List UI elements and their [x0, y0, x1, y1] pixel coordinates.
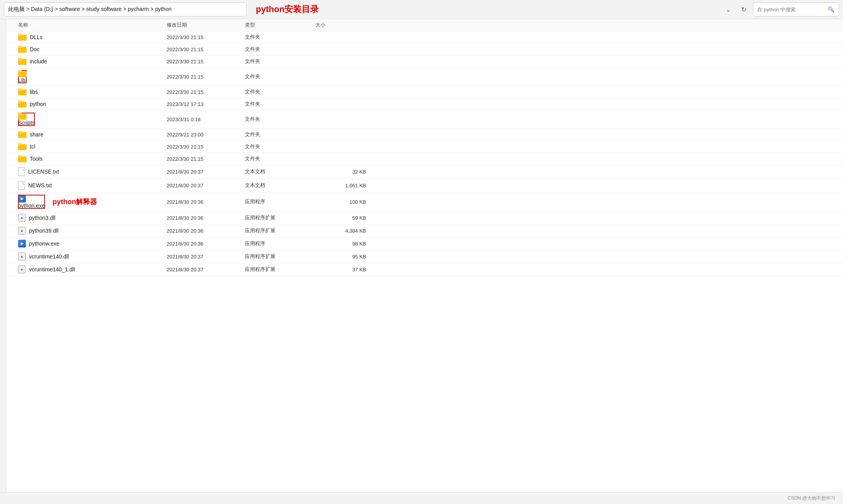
table-row[interactable]: DLLs 2022/3/30 21:15 文件夹 — [6, 31, 843, 43]
txt-icon — [18, 167, 25, 176]
file-name: python — [30, 101, 46, 107]
bottom-bar: CSDN @大炮不想学习 — [0, 492, 843, 504]
file-name-wrapper: Scripts — [18, 113, 35, 126]
file-type: 应用程序扩展 — [245, 266, 315, 273]
file-size: 1,061 KB — [315, 183, 374, 188]
file-name-wrapper: ▶ python.exe — [18, 195, 45, 209]
file-name-cell: ■ python3.dll — [18, 214, 167, 222]
table-row[interactable]: Scripts 2023/3/31 0:18 文件夹 — [6, 110, 843, 129]
file-name: Scripts — [18, 120, 35, 126]
file-date: 2023/3/12 17:13 — [167, 101, 245, 107]
txt-icon — [18, 181, 25, 190]
table-row[interactable]: ■ vcruntime140_1.dll 2021/8/30 20:37 应用程… — [6, 263, 843, 276]
file-type: 应用程序扩展 — [245, 227, 315, 234]
annotation-title: python安装目录 — [256, 4, 319, 15]
file-name: LICENSE.txt — [28, 169, 59, 175]
search-box[interactable]: 🔍 — [753, 2, 839, 16]
file-date: 2021/8/30 20:36 — [167, 215, 245, 221]
refresh-button[interactable]: ↻ — [737, 3, 750, 16]
file-name-wrapper: Tools — [18, 155, 43, 162]
file-date: 2022/3/30 21:15 — [167, 59, 245, 65]
table-row[interactable]: ■ python39.dll 2021/8/30 20:36 应用程序扩展 4,… — [6, 224, 843, 237]
file-date: 2021/8/30 20:37 — [167, 254, 245, 260]
dll-icon: ■ — [18, 265, 26, 273]
file-date: 2021/8/30 20:37 — [167, 183, 245, 188]
folder-icon — [18, 58, 27, 65]
file-name-wrapper: ■ python39.dll — [18, 227, 59, 235]
exe-icon: ▶ — [18, 240, 26, 248]
col-header-size[interactable]: 大小 — [315, 22, 374, 29]
annotation-label: python解释器 — [53, 197, 97, 206]
file-name-wrapper: Doc — [18, 46, 40, 53]
file-list: DLLs 2022/3/30 21:15 文件夹 Doc 2022/3/30 2… — [6, 31, 843, 276]
file-type: 应用程序 — [245, 198, 315, 205]
exe-icon: ▶ — [18, 195, 26, 203]
file-type: 文件夹 — [245, 46, 315, 53]
dll-icon: ■ — [18, 214, 26, 222]
file-date: 2022/3/30 21:15 — [167, 156, 245, 162]
table-row[interactable]: ■ python3.dll 2021/8/30 20:36 应用程序扩展 59 … — [6, 212, 843, 224]
file-size: 95 KB — [315, 254, 374, 260]
file-type: 文件夹 — [245, 88, 315, 95]
file-name-cell: ■ vcruntime140.dll — [18, 253, 167, 260]
watermark: CSDN @大炮不想学习 — [787, 495, 835, 502]
file-name-wrapper: NEWS.txt — [18, 181, 52, 190]
file-size: 100 KB — [315, 199, 374, 205]
file-name-cell: python — [18, 100, 167, 108]
file-name-cell: Scripts — [18, 113, 167, 126]
file-name: python3.dll — [29, 215, 56, 221]
search-input[interactable] — [757, 7, 828, 13]
folder-icon — [18, 155, 27, 162]
table-row[interactable]: ▶ pythonw.exe 2021/8/30 20:36 应用程序 98 KB — [6, 237, 843, 250]
table-row[interactable]: libs 2022/3/30 21:15 文件夹 — [6, 86, 843, 98]
file-name-wrapper: include — [18, 58, 47, 65]
table-row[interactable]: Tools 2022/3/30 21:15 文件夹 — [6, 153, 843, 165]
file-name-wrapper: LICENSE.txt — [18, 167, 59, 176]
file-type: 文件夹 — [245, 131, 315, 138]
file-name-wrapper: libs — [18, 88, 38, 95]
file-date: 2022/3/30 21:15 — [167, 74, 245, 80]
col-header-type[interactable]: 类型 — [245, 22, 315, 29]
table-row[interactable]: python 2023/3/12 17:13 文件夹 — [6, 98, 843, 110]
breadcrumb[interactable]: 此电脑 > Data (D:) > software > study softw… — [4, 2, 246, 16]
main-content: 名称 ↑ 修改日期 类型 大小 DLLs — [0, 19, 843, 492]
table-row[interactable]: ▶ python.exe python解释器 2021/8/30 20:36 应… — [6, 192, 843, 212]
table-row[interactable]: NEWS.txt 2021/8/30 20:37 文本文档 1,061 KB — [6, 179, 843, 192]
file-size: 37 KB — [315, 267, 374, 273]
file-name-cell: ■ vcruntime140_1.dll — [18, 265, 167, 273]
table-row[interactable]: tcl 2022/3/30 21:15 文件夹 — [6, 141, 843, 153]
file-size: 4,384 KB — [315, 228, 374, 234]
file-size: 59 KB — [315, 215, 374, 221]
file-date: 2022/3/30 21:15 — [167, 34, 245, 40]
file-type: 文本文档 — [245, 182, 315, 189]
file-name: python39.dll — [29, 228, 59, 234]
file-name-cell: Tools — [18, 155, 167, 162]
file-name-wrapper: tcl — [18, 143, 35, 150]
explorer-window: 此电脑 > Data (D:) > software > study softw… — [0, 0, 843, 504]
file-name-cell: Doc — [18, 46, 167, 53]
file-name-wrapper: ■ vcruntime140.dll — [18, 253, 69, 260]
file-name-cell: share — [18, 131, 167, 138]
file-size: 32 KB — [315, 169, 374, 175]
file-type: 文件夹 — [245, 100, 315, 108]
sort-arrow-icon: ↑ — [30, 23, 32, 27]
file-date: 2021/8/30 20:37 — [167, 169, 245, 175]
file-name-cell: include — [18, 58, 167, 65]
table-row[interactable]: include 2022/3/30 21:15 文件夹 — [6, 56, 843, 68]
file-date: 2021/8/30 20:36 — [167, 199, 245, 205]
file-name: python.exe — [18, 203, 45, 209]
folder-icon — [18, 131, 27, 138]
file-name: pythonw.exe — [29, 240, 59, 247]
file-name: DLLs — [30, 34, 43, 40]
table-row[interactable]: share 2022/9/21 23:00 文件夹 — [6, 129, 843, 141]
file-name-wrapper: Lib — [18, 70, 27, 83]
file-name: tcl — [30, 143, 35, 150]
table-row[interactable]: ■ vcruntime140.dll 2021/8/30 20:37 应用程序扩… — [6, 250, 843, 263]
file-type: 文件夹 — [245, 73, 315, 80]
table-row[interactable]: Doc 2022/3/30 21:15 文件夹 — [6, 43, 843, 56]
table-row[interactable]: Lib 2022/3/30 21:15 文件夹 — [6, 68, 843, 86]
chevron-down-button[interactable]: ⌄ — [722, 3, 734, 16]
col-header-name[interactable]: 名称 ↑ — [18, 22, 167, 29]
col-header-date[interactable]: 修改日期 — [167, 22, 245, 29]
table-row[interactable]: LICENSE.txt 2021/8/30 20:37 文本文档 32 KB — [6, 165, 843, 179]
